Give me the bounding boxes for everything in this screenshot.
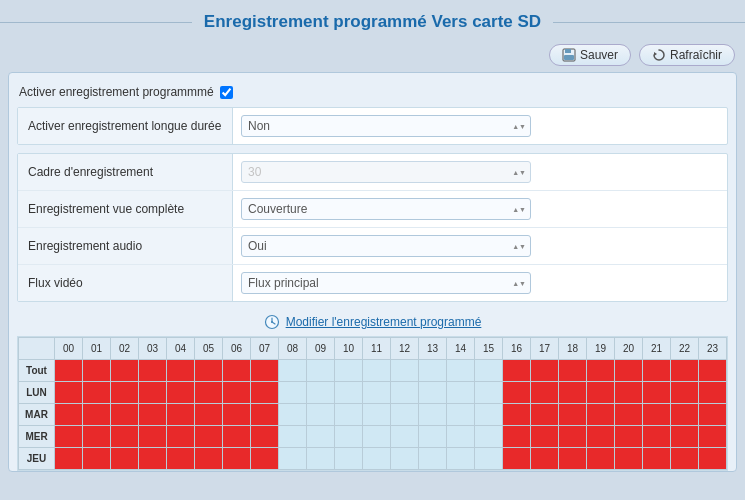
grid-cell[interactable] xyxy=(223,382,251,404)
grid-cell[interactable] xyxy=(251,382,279,404)
grid-cell[interactable] xyxy=(587,382,615,404)
grid-cell[interactable] xyxy=(559,404,587,426)
grid-cell[interactable] xyxy=(83,426,111,448)
grid-cell[interactable] xyxy=(559,382,587,404)
grid-cell[interactable] xyxy=(251,360,279,382)
grid-cell[interactable] xyxy=(419,448,447,470)
grid-cell[interactable] xyxy=(55,382,83,404)
grid-cell[interactable] xyxy=(167,360,195,382)
frame-select[interactable]: 30 xyxy=(241,161,531,183)
grid-cell[interactable] xyxy=(447,426,475,448)
grid-cell[interactable] xyxy=(643,404,671,426)
grid-cell[interactable] xyxy=(111,426,139,448)
grid-cell[interactable] xyxy=(615,404,643,426)
grid-cell[interactable] xyxy=(167,382,195,404)
view-select[interactable]: Couverture Non xyxy=(241,198,531,220)
grid-cell[interactable] xyxy=(251,404,279,426)
grid-cell[interactable] xyxy=(559,426,587,448)
grid-cell[interactable] xyxy=(391,426,419,448)
grid-cell[interactable] xyxy=(307,360,335,382)
grid-cell[interactable] xyxy=(671,360,699,382)
grid-cell[interactable] xyxy=(195,382,223,404)
grid-cell[interactable] xyxy=(55,360,83,382)
flux-select[interactable]: Flux principal Flux secondaire xyxy=(241,272,531,294)
grid-cell[interactable] xyxy=(503,448,531,470)
grid-cell[interactable] xyxy=(111,404,139,426)
grid-cell[interactable] xyxy=(475,448,503,470)
grid-cell[interactable] xyxy=(391,404,419,426)
grid-cell[interactable] xyxy=(699,426,727,448)
grid-cell[interactable] xyxy=(223,404,251,426)
grid-cell[interactable] xyxy=(279,448,307,470)
grid-cell[interactable] xyxy=(447,360,475,382)
grid-cell[interactable] xyxy=(139,426,167,448)
grid-cell[interactable] xyxy=(419,382,447,404)
grid-cell[interactable] xyxy=(475,382,503,404)
grid-cell[interactable] xyxy=(419,404,447,426)
grid-cell[interactable] xyxy=(307,426,335,448)
grid-cell[interactable] xyxy=(699,360,727,382)
grid-cell[interactable] xyxy=(391,360,419,382)
grid-cell[interactable] xyxy=(475,426,503,448)
grid-cell[interactable] xyxy=(111,382,139,404)
grid-cell[interactable] xyxy=(55,426,83,448)
grid-cell[interactable] xyxy=(279,426,307,448)
grid-cell[interactable] xyxy=(531,360,559,382)
grid-cell[interactable] xyxy=(615,448,643,470)
schedule-edit-label[interactable]: Modifier l'enregistrement programmé xyxy=(286,315,482,329)
grid-cell[interactable] xyxy=(223,360,251,382)
grid-cell[interactable] xyxy=(503,382,531,404)
grid-cell[interactable] xyxy=(559,448,587,470)
grid-cell[interactable] xyxy=(587,448,615,470)
grid-cell[interactable] xyxy=(279,404,307,426)
grid-cell[interactable] xyxy=(83,382,111,404)
grid-cell[interactable] xyxy=(419,426,447,448)
grid-cell[interactable] xyxy=(447,404,475,426)
grid-cell[interactable] xyxy=(447,448,475,470)
grid-cell[interactable] xyxy=(139,404,167,426)
grid-cell[interactable] xyxy=(195,426,223,448)
grid-cell[interactable] xyxy=(671,426,699,448)
grid-cell[interactable] xyxy=(391,448,419,470)
grid-cell[interactable] xyxy=(223,448,251,470)
grid-cell[interactable] xyxy=(167,448,195,470)
grid-cell[interactable] xyxy=(83,404,111,426)
activate-checkbox[interactable] xyxy=(220,86,233,99)
grid-cell[interactable] xyxy=(503,426,531,448)
grid-cell[interactable] xyxy=(363,360,391,382)
grid-cell[interactable] xyxy=(335,360,363,382)
audio-select[interactable]: Oui Non xyxy=(241,235,531,257)
grid-cell[interactable] xyxy=(223,426,251,448)
grid-cell[interactable] xyxy=(195,448,223,470)
grid-cell[interactable] xyxy=(111,360,139,382)
duration-select[interactable]: Non Oui xyxy=(241,115,531,137)
grid-cell[interactable] xyxy=(167,426,195,448)
refresh-button[interactable]: Rafraîchir xyxy=(639,44,735,66)
grid-cell[interactable] xyxy=(335,382,363,404)
grid-cell[interactable] xyxy=(363,426,391,448)
grid-cell[interactable] xyxy=(195,360,223,382)
grid-cell[interactable] xyxy=(587,426,615,448)
grid-cell[interactable] xyxy=(83,448,111,470)
grid-cell[interactable] xyxy=(335,448,363,470)
grid-cell[interactable] xyxy=(391,382,419,404)
grid-cell[interactable] xyxy=(55,448,83,470)
grid-cell[interactable] xyxy=(307,448,335,470)
grid-cell[interactable] xyxy=(195,404,223,426)
grid-cell[interactable] xyxy=(643,382,671,404)
grid-cell[interactable] xyxy=(251,426,279,448)
grid-cell[interactable] xyxy=(279,382,307,404)
grid-cell[interactable] xyxy=(671,404,699,426)
grid-cell[interactable] xyxy=(531,448,559,470)
grid-cell[interactable] xyxy=(363,404,391,426)
grid-cell[interactable] xyxy=(139,360,167,382)
grid-cell[interactable] xyxy=(643,360,671,382)
grid-cell[interactable] xyxy=(279,360,307,382)
grid-cell[interactable] xyxy=(475,404,503,426)
grid-cell[interactable] xyxy=(699,448,727,470)
grid-cell[interactable] xyxy=(55,404,83,426)
grid-cell[interactable] xyxy=(447,382,475,404)
grid-cell[interactable] xyxy=(615,360,643,382)
grid-cell[interactable] xyxy=(167,404,195,426)
save-button[interactable]: Sauver xyxy=(549,44,631,66)
